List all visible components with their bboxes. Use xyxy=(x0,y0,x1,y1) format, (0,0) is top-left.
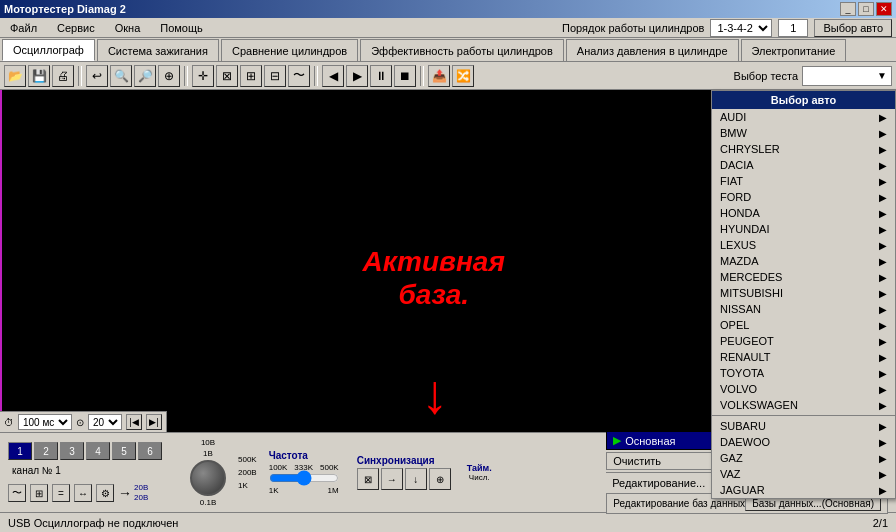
dropdown-item-toyota[interactable]: TOYOTA ▶ xyxy=(712,365,895,381)
scale-dial[interactable] xyxy=(190,460,226,496)
channel-btn-2[interactable]: 2 xyxy=(34,442,58,460)
sync-btn-2[interactable]: → xyxy=(381,468,403,490)
dropdown-item-dacia[interactable]: DACIA ▶ xyxy=(712,157,895,173)
channel-btn-5[interactable]: 5 xyxy=(112,442,136,460)
dropdown-item-jaguar[interactable]: JAGUAR ▶ xyxy=(712,482,895,498)
toolbar-prev[interactable]: ◀ xyxy=(322,65,344,87)
dropdown-item-chrysler[interactable]: CHRYSLER ▶ xyxy=(712,141,895,157)
main-content: Активная база. ↓ ⏱ 100 мс ⊙ 20 |◀ ▶| Выб… xyxy=(0,90,896,432)
close-button[interactable]: ✕ xyxy=(876,2,892,16)
toolbar-export[interactable]: 📤 xyxy=(428,65,450,87)
sync-buttons: ⊠ → ↓ ⊕ xyxy=(357,468,451,490)
active-base-text: Активная база. xyxy=(363,245,505,312)
test-select-arrow[interactable]: ▼ xyxy=(877,70,887,81)
ch-ctrl-wave[interactable]: 〜 xyxy=(8,484,26,502)
dropdown-item-peugeot[interactable]: PEUGEOT ▶ xyxy=(712,333,895,349)
test-select-area: Выбор теста ▼ xyxy=(734,66,892,86)
channel-btn-6[interactable]: 6 xyxy=(138,442,162,460)
tab-ignition[interactable]: Система зажигания xyxy=(97,39,219,61)
ch-ctrl-equals[interactable]: = xyxy=(52,484,70,502)
dropdown-item-subaru[interactable]: SUBARU ▶ xyxy=(712,418,895,434)
status-left: USB Осциллограф не подключен xyxy=(8,517,178,529)
chevron-right-icon: ▶ xyxy=(879,421,887,432)
toolbar-play[interactable]: ▶ xyxy=(346,65,368,87)
toolbar-zoom-in[interactable]: 🔍 xyxy=(110,65,132,87)
toolbar-print[interactable]: 🖨 xyxy=(52,65,74,87)
tab-oscilloscope[interactable]: Осциллограф xyxy=(2,39,95,61)
scale-mid-label: 1B xyxy=(203,449,213,458)
dropdown-item-honda[interactable]: HONDA ▶ xyxy=(712,205,895,221)
window-title: Мотортестер Diamag 2 xyxy=(4,3,126,15)
channel-btn-3[interactable]: 3 xyxy=(60,442,84,460)
chevron-right-icon: ▶ xyxy=(879,400,887,411)
menu-file[interactable]: Файл xyxy=(4,20,43,36)
ch-ctrl-settings[interactable]: ⚙ xyxy=(96,484,114,502)
toolbar-back[interactable]: ↩ xyxy=(86,65,108,87)
minimize-button[interactable]: _ xyxy=(840,2,856,16)
tab-power[interactable]: Электропитание xyxy=(741,39,847,61)
title-bar: Мотортестер Diamag 2 _ □ ✕ xyxy=(0,0,896,18)
dropdown-item-ford[interactable]: FORD ▶ xyxy=(712,189,895,205)
dropdown-item-mitsubishi[interactable]: MITSUBISHI ▶ xyxy=(712,285,895,301)
test-select-box[interactable]: ▼ xyxy=(802,66,892,86)
osc-nav-start[interactable]: |◀ xyxy=(126,414,142,430)
cylinder-count-input[interactable] xyxy=(778,19,808,37)
toolbar-sep-2 xyxy=(184,66,188,86)
toolbar-wave[interactable]: 〜 xyxy=(288,65,310,87)
menu-windows[interactable]: Окна xyxy=(109,20,147,36)
dropdown-item-gaz[interactable]: GAZ ▶ xyxy=(712,450,895,466)
dropdown-item-vaz[interactable]: VAZ ▶ xyxy=(712,466,895,482)
dropdown-item-volvo[interactable]: VOLVO ▶ xyxy=(712,381,895,397)
time-select[interactable]: 100 мс xyxy=(18,414,72,430)
toolbar-cursor[interactable]: ✛ xyxy=(192,65,214,87)
menu-service[interactable]: Сервис xyxy=(51,20,101,36)
channel-btn-4[interactable]: 4 xyxy=(86,442,110,460)
tab-pressure[interactable]: Анализ давления в цилиндре xyxy=(566,39,739,61)
ch-ctrl-bar[interactable]: ⊞ xyxy=(30,484,48,502)
dropdown-item-daewoo[interactable]: DAEWOO ▶ xyxy=(712,434,895,450)
freq-scale: 100K 333K 500K 1K 1M xyxy=(269,463,349,495)
toolbar-add[interactable]: ⊕ xyxy=(158,65,180,87)
dropdown-item-lexus[interactable]: LEXUS ▶ xyxy=(712,237,895,253)
dropdown-item-volkswagen[interactable]: VOLKSWAGEN ▶ xyxy=(712,397,895,413)
osc-nav-end[interactable]: ▶| xyxy=(146,414,162,430)
dropdown-item-fiat[interactable]: FIAT ▶ xyxy=(712,173,895,189)
toolbar-zoom-out[interactable]: 🔎 xyxy=(134,65,156,87)
cylinder-order-select[interactable]: 1-3-4-2 xyxy=(710,19,772,37)
maximize-button[interactable]: □ xyxy=(858,2,874,16)
toolbar-auto[interactable]: ⊞ xyxy=(240,65,262,87)
menu-help[interactable]: Помощь xyxy=(154,20,209,36)
ch-ctrl-arrow[interactable]: ↔ xyxy=(74,484,92,502)
dropdown-header: Выбор авто xyxy=(712,91,895,109)
chevron-right-icon: ▶ xyxy=(879,453,887,464)
sync-btn-3[interactable]: ↓ xyxy=(405,468,427,490)
car-select-button[interactable]: Выбор авто xyxy=(814,19,892,37)
toolbar-grid[interactable]: ⊟ xyxy=(264,65,286,87)
dropdown-item-audi[interactable]: AUDI ▶ xyxy=(712,109,895,125)
dropdown-item-mercedes[interactable]: MERCEDES ▶ xyxy=(712,269,895,285)
dropdown-item-opel[interactable]: OPEL ▶ xyxy=(712,317,895,333)
channel-section: 1 2 3 4 5 6 канал № 1 〜 ⊞ = ↔ ⚙ → 20В 20… xyxy=(8,442,178,502)
toolbar-pause[interactable]: ⏸ xyxy=(370,65,392,87)
dropdown-item-renault[interactable]: RENAULT ▶ xyxy=(712,349,895,365)
tab-compare-cylinders[interactable]: Сравнение цилиндров xyxy=(221,39,358,61)
tab-efficiency[interactable]: Эффективность работы цилиндров xyxy=(360,39,564,61)
sync-btn-4[interactable]: ⊕ xyxy=(429,468,451,490)
channel-label: канал № 1 xyxy=(8,463,178,478)
toolbar-shuffle[interactable]: 🔀 xyxy=(452,65,474,87)
toolbar-open[interactable]: 📂 xyxy=(4,65,26,87)
chevron-right-icon: ▶ xyxy=(879,208,887,219)
channel-btn-1[interactable]: 1 xyxy=(8,442,32,460)
dropdown-item-mazda[interactable]: MAZDA ▶ xyxy=(712,253,895,269)
toolbar-save[interactable]: 💾 xyxy=(28,65,50,87)
dropdown-item-nissan[interactable]: NISSAN ▶ xyxy=(712,301,895,317)
dropdown-item-hyundai[interactable]: HYUNDAI ▶ xyxy=(712,221,895,237)
dropdown-item-bmw[interactable]: BMW ▶ xyxy=(712,125,895,141)
sync-btn-1[interactable]: ⊠ xyxy=(357,468,379,490)
toolbar-stop[interactable]: ⏹ xyxy=(394,65,416,87)
scale-select[interactable]: 20 xyxy=(88,414,122,430)
chevron-right-icon: ▶ xyxy=(879,485,887,496)
freq-slider[interactable] xyxy=(269,472,339,484)
toolbar-marker[interactable]: ⊠ xyxy=(216,65,238,87)
car-select-dropdown: Выбор авто AUDI ▶ BMW ▶ CHRYSLER ▶ DACIA… xyxy=(711,90,896,499)
